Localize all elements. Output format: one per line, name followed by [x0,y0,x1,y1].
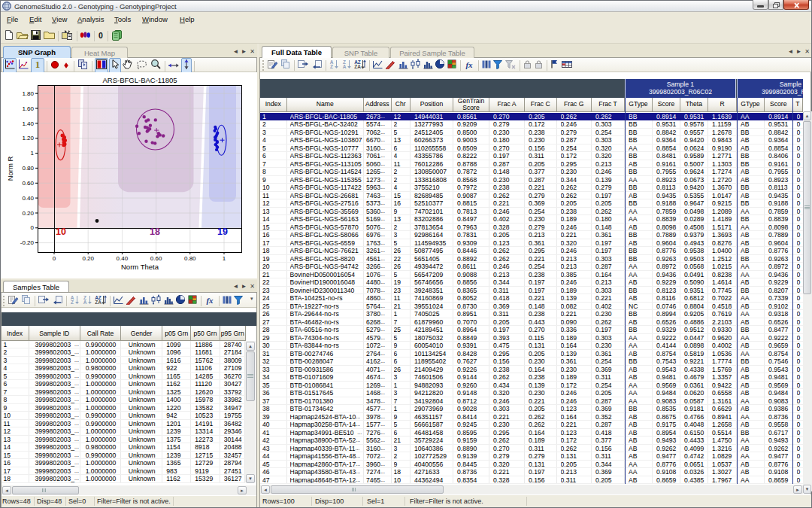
svg-text:1.60: 1.60 [22,105,34,112]
svg-text:0: 0 [53,255,56,262]
svg-text:19: 19 [217,227,228,237]
svg-text:0.40: 0.40 [117,255,129,262]
svg-text:0.20: 0.20 [82,255,94,262]
svg-text:1: 1 [223,255,226,262]
svg-text:1: 1 [35,59,40,70]
svg-text:1.20: 1.20 [22,135,34,141]
svg-text:10: 10 [56,227,66,237]
svg-text:0.60: 0.60 [150,255,162,262]
svg-text:0: 0 [98,31,103,40]
svg-text:0.60: 0.60 [22,180,34,187]
svg-text:0.80: 0.80 [22,165,34,172]
svg-text:A: A [343,64,347,69]
svg-text:A: A [83,300,87,305]
svg-text:Z: Z [71,300,74,305]
svg-text:0.40: 0.40 [22,195,34,202]
svg-text:fx: fx [465,59,473,68]
svg-text:0.80: 0.80 [184,255,196,262]
svg-text:-0.20: -0.20 [20,239,35,246]
svg-text:0.20: 0.20 [22,210,34,217]
svg-text:ZA: ZA [95,300,102,305]
svg-text:Norm R: Norm R [6,157,14,181]
svg-text:fx: fx [206,295,214,304]
svg-text:1.80: 1.80 [22,90,34,97]
svg-text:1: 1 [31,150,35,157]
svg-text:0: 0 [31,224,35,231]
svg-text:18: 18 [150,227,160,237]
svg-text:ARS-BFGL-BAC-11805: ARS-BFGL-BAC-11805 [102,76,177,84]
svg-text:Z: Z [330,64,333,69]
svg-text:1.40: 1.40 [22,120,34,127]
svg-text:ZA: ZA [354,64,361,69]
svg-text:Norm Theta: Norm Theta [121,263,159,271]
